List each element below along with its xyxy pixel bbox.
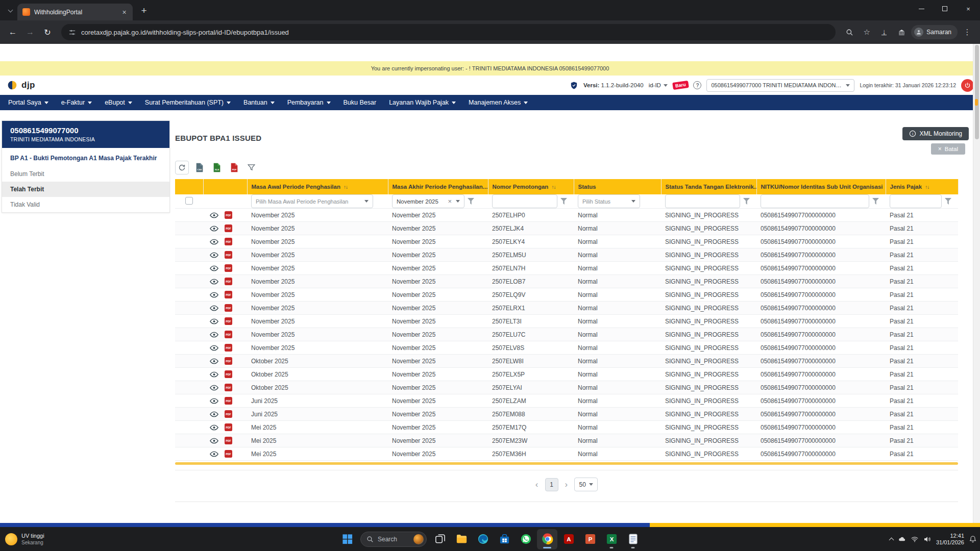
language-select[interactable]: id-ID bbox=[649, 82, 668, 88]
download-pdf-icon[interactable]: PDF bbox=[225, 278, 232, 285]
xml-monitoring-button[interactable]: i XML Monitoring bbox=[902, 127, 969, 140]
browser-profile-chip[interactable]: Samaran bbox=[911, 25, 958, 39]
download-pdf-icon[interactable]: PDF bbox=[225, 437, 232, 444]
url-bar[interactable]: coretaxdjp.pajak.go.id/withholding-slips… bbox=[61, 24, 836, 40]
view-detail-icon[interactable] bbox=[210, 226, 218, 232]
prev-page-icon[interactable]: ‹ bbox=[535, 480, 538, 489]
sort-icon[interactable]: ↑↓ bbox=[925, 184, 929, 190]
next-page-icon[interactable]: › bbox=[565, 480, 568, 489]
account-select[interactable]: 0508615499077000 TRINITI MEDIATAMA INDON… bbox=[706, 79, 854, 92]
download-pdf-icon[interactable]: PDF bbox=[225, 397, 232, 405]
column-header-nitku[interactable]: NITKU/Nomor Identitas Sub Unit Organisas… bbox=[756, 179, 886, 194]
acrobat-icon[interactable]: A bbox=[558, 529, 579, 549]
page-size-select[interactable]: 50 bbox=[574, 478, 598, 491]
tray-chevron-icon[interactable] bbox=[889, 538, 894, 543]
masa-awal-filter-select[interactable]: Pilih Masa Awal Periode Penghasilan bbox=[251, 194, 373, 208]
filter-funnel-icon[interactable] bbox=[945, 198, 951, 205]
view-detail-icon[interactable] bbox=[210, 411, 218, 417]
view-detail-icon[interactable] bbox=[210, 398, 218, 404]
download-pdf-icon[interactable]: PDF bbox=[225, 410, 232, 418]
export-pdf-button[interactable]: PDF bbox=[227, 161, 241, 174]
search-highlight-icon[interactable] bbox=[413, 534, 424, 544]
djp-logo[interactable]: djp bbox=[7, 80, 35, 90]
view-detail-icon[interactable] bbox=[210, 332, 218, 338]
refresh-button[interactable] bbox=[175, 161, 189, 174]
view-detail-icon[interactable] bbox=[210, 265, 218, 271]
downloads-icon[interactable]: ↓ bbox=[876, 24, 892, 40]
download-pdf-icon[interactable]: PDF bbox=[225, 357, 232, 365]
column-header-masa_awal[interactable]: Masa Awal Periode Penghasilan↑↓ bbox=[247, 179, 388, 194]
view-detail-icon[interactable] bbox=[210, 371, 218, 378]
current-page-button[interactable]: 1 bbox=[545, 478, 558, 491]
filter-reset-button[interactable] bbox=[244, 161, 258, 174]
view-detail-icon[interactable] bbox=[210, 345, 218, 351]
sidebar-item[interactable]: Belum Terbit bbox=[2, 166, 169, 182]
download-pdf-icon[interactable]: PDF bbox=[225, 384, 232, 391]
nav-item[interactable]: Surat Pemberitahuan (SPT) bbox=[145, 99, 231, 106]
vertical-scrollbar[interactable] bbox=[973, 44, 980, 523]
download-pdf-icon[interactable]: PDF bbox=[225, 331, 232, 338]
filter-funnel-icon[interactable] bbox=[560, 198, 567, 205]
status-filter-select[interactable]: Pilih Status bbox=[578, 194, 640, 208]
nav-item[interactable]: e-Faktur bbox=[61, 99, 92, 106]
view-detail-icon[interactable] bbox=[210, 212, 218, 218]
tab-close-icon[interactable]: × bbox=[120, 8, 129, 16]
zoom-icon[interactable] bbox=[842, 24, 857, 40]
forward-button[interactable]: → bbox=[22, 24, 38, 40]
notification-bell-icon[interactable] bbox=[969, 535, 977, 543]
select-all-checkbox[interactable] bbox=[185, 197, 193, 205]
sort-icon[interactable]: ↑↓ bbox=[551, 184, 555, 190]
nav-item[interactable]: Manajemen Akses bbox=[469, 99, 528, 106]
jenis-pajak-filter-input[interactable] bbox=[890, 194, 942, 208]
nav-item[interactable]: eBupot bbox=[105, 99, 132, 106]
explorer-icon[interactable] bbox=[451, 529, 472, 549]
nav-item[interactable]: Pembayaran bbox=[287, 99, 331, 106]
view-detail-icon[interactable] bbox=[210, 279, 218, 285]
view-detail-icon[interactable] bbox=[210, 252, 218, 258]
view-detail-icon[interactable] bbox=[210, 358, 218, 364]
whatsapp-icon[interactable] bbox=[516, 529, 536, 549]
passwords-icon[interactable] bbox=[894, 24, 909, 40]
edge-icon[interactable] bbox=[473, 529, 493, 549]
excel-icon[interactable]: X bbox=[601, 529, 622, 549]
network-icon[interactable] bbox=[911, 535, 919, 543]
download-pdf-icon[interactable]: PDF bbox=[225, 264, 232, 272]
column-header-jenis[interactable]: Jenis Pajak↑↓ bbox=[886, 179, 958, 194]
view-detail-icon[interactable] bbox=[210, 438, 218, 444]
window-minimize-button[interactable] bbox=[910, 0, 933, 17]
back-button[interactable]: ← bbox=[5, 24, 20, 40]
taskbar-clock[interactable]: 12:41 31/01/2026 bbox=[936, 533, 964, 546]
store-icon[interactable] bbox=[494, 529, 514, 549]
reload-button[interactable]: ↻ bbox=[40, 24, 55, 40]
download-pdf-icon[interactable]: PDF bbox=[225, 238, 232, 245]
download-pdf-icon[interactable]: PDF bbox=[225, 251, 232, 259]
view-detail-icon[interactable] bbox=[210, 318, 218, 324]
taskview-icon[interactable] bbox=[430, 529, 450, 549]
nomor-pemotongan-filter-input[interactable] bbox=[492, 194, 557, 208]
batal-button[interactable]: × Batal bbox=[931, 143, 965, 155]
tab-search-button[interactable] bbox=[3, 4, 17, 18]
taskbar-search-box[interactable]: Search bbox=[360, 532, 427, 547]
download-pdf-icon[interactable]: PDF bbox=[225, 211, 232, 219]
view-detail-icon[interactable] bbox=[210, 451, 218, 457]
export-csv-button[interactable]: CSV bbox=[192, 161, 206, 174]
notepad-icon[interactable] bbox=[623, 529, 643, 549]
new-tab-button[interactable]: + bbox=[137, 4, 151, 18]
view-detail-icon[interactable] bbox=[210, 239, 218, 245]
view-detail-icon[interactable] bbox=[210, 292, 218, 298]
export-xls-button[interactable]: XLS bbox=[210, 161, 224, 174]
nav-item[interactable]: Bantuan bbox=[243, 99, 275, 106]
ttd-status-filter-input[interactable] bbox=[665, 194, 740, 208]
nitku-filter-input[interactable] bbox=[761, 194, 869, 208]
window-maximize-button[interactable] bbox=[933, 0, 957, 17]
filter-funnel-icon[interactable] bbox=[743, 198, 750, 205]
download-pdf-icon[interactable]: PDF bbox=[225, 370, 232, 378]
weather-widget[interactable]: UV tinggi Sekarang bbox=[5, 533, 44, 546]
sidebar-item[interactable]: Tidak Valid bbox=[2, 197, 169, 212]
browser-menu-icon[interactable]: ⋮ bbox=[960, 24, 975, 40]
download-pdf-icon[interactable]: PDF bbox=[225, 224, 232, 232]
masa-akhir-filter-select[interactable]: November 2025 × bbox=[392, 194, 464, 208]
help-icon[interactable]: ? bbox=[693, 81, 701, 89]
view-detail-icon[interactable] bbox=[210, 385, 218, 391]
download-pdf-icon[interactable]: PDF bbox=[225, 344, 232, 352]
